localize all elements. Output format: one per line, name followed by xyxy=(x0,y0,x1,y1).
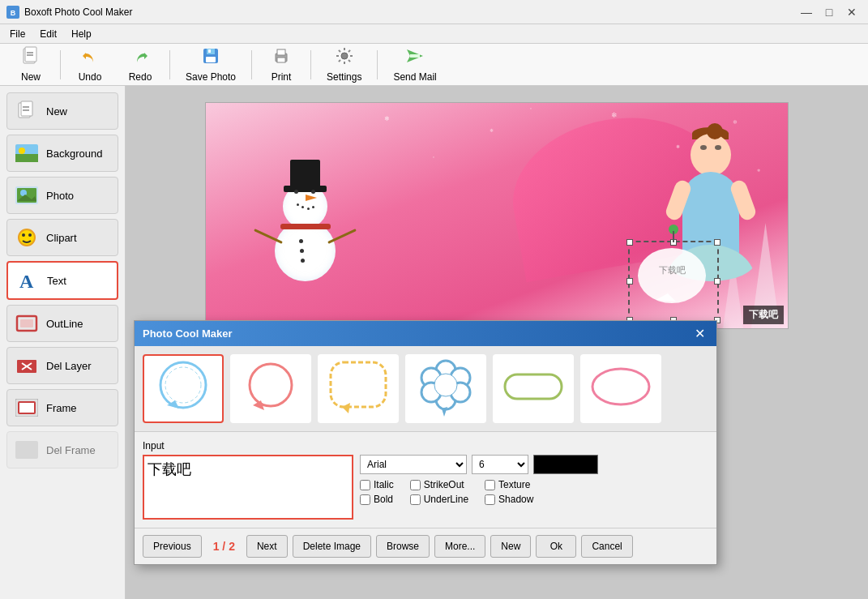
svg-rect-15 xyxy=(410,54,420,58)
svg-rect-11 xyxy=(277,49,285,55)
snowflake-1: ❄ xyxy=(384,115,390,122)
underline-checkbox[interactable] xyxy=(410,494,421,505)
toolbar: New Undo Redo Save Photo Print Settings xyxy=(0,44,868,86)
input-section: Input 下载吧 ArialTimes New RomanVerdanaCou… xyxy=(135,432,716,528)
delete-image-button[interactable]: Delete Image xyxy=(293,535,371,558)
texture-checkbox[interactable] xyxy=(485,480,495,490)
sidebar-item-del-layer[interactable]: Del Layer xyxy=(6,347,118,384)
canvas[interactable]: ❄ ❄ ❄ ❄ ❄ ❄ * * xyxy=(205,102,789,329)
settings-label: Settings xyxy=(327,71,361,83)
sidebar-outline-label: OutLine xyxy=(46,318,83,330)
texture-label: Texture xyxy=(498,479,530,490)
snowflake-4: ❄ xyxy=(676,143,680,149)
text-input[interactable]: 下载吧 xyxy=(143,455,353,520)
sidebar-item-frame[interactable]: Frame xyxy=(6,389,118,426)
photo-icon xyxy=(14,182,40,208)
bubble-template-6[interactable] xyxy=(580,354,661,423)
undo-button[interactable]: Undo xyxy=(66,47,114,83)
save-icon xyxy=(201,46,220,70)
bubble-template-4[interactable] xyxy=(405,354,486,423)
page-indicator: 1 / 2 xyxy=(207,540,242,553)
color-picker[interactable] xyxy=(533,455,598,474)
send-mail-label: Send Mail xyxy=(393,71,436,83)
new-label: New xyxy=(21,71,41,83)
svg-point-39 xyxy=(638,248,706,303)
undo-label: Undo xyxy=(79,71,102,83)
italic-label: Italic xyxy=(374,479,394,490)
svg-rect-38 xyxy=(15,441,38,459)
sidebar-item-background[interactable]: Background xyxy=(6,135,118,172)
svg-point-42 xyxy=(160,362,206,408)
clipart-icon xyxy=(14,225,40,250)
more-button[interactable]: More... xyxy=(434,535,485,558)
redo-button[interactable]: Redo xyxy=(116,47,165,83)
svg-text:A: A xyxy=(19,271,34,292)
maximize-button[interactable]: □ xyxy=(819,4,839,20)
bubble-templates xyxy=(135,346,716,432)
save-button[interactable]: Save Photo xyxy=(175,47,246,83)
svg-rect-37 xyxy=(19,402,35,413)
menu-edit[interactable]: Edit xyxy=(33,27,63,41)
snowflake-3: ❄ xyxy=(611,111,618,119)
del-layer-icon xyxy=(14,353,40,379)
settings-button[interactable]: Settings xyxy=(316,47,372,83)
bubble-template-1[interactable] xyxy=(143,354,224,423)
sidebar-item-photo[interactable]: Photo xyxy=(6,177,118,214)
underline-label: UnderLine xyxy=(424,494,468,505)
svg-point-45 xyxy=(250,364,292,406)
svg-point-29 xyxy=(28,233,32,237)
toolbar-divider-3 xyxy=(251,50,252,79)
print-button[interactable]: Print xyxy=(257,47,306,83)
snowflake-2: ❄ xyxy=(490,127,494,133)
app-title: Boxoft Photo Cool Maker xyxy=(24,6,132,18)
menu-help[interactable]: Help xyxy=(65,27,98,41)
bubble-template-5[interactable] xyxy=(493,354,574,423)
sidebar-item-text[interactable]: A Text xyxy=(6,261,118,300)
svg-point-43 xyxy=(165,367,201,403)
save-label: Save Photo xyxy=(186,71,236,83)
snowflake-6: ❄ xyxy=(757,168,760,173)
underline-checkbox-row: UnderLine xyxy=(410,494,468,505)
minimize-button[interactable]: — xyxy=(797,4,816,20)
strikeout-label: StrikeOut xyxy=(424,479,464,490)
browse-button[interactable]: Browse xyxy=(376,535,430,558)
snowflake-5: ❄ xyxy=(733,119,738,126)
send-mail-button[interactable]: Send Mail xyxy=(383,47,447,83)
snowflake-7: * xyxy=(530,107,532,112)
svg-point-13 xyxy=(341,53,348,59)
italic-checkbox[interactable] xyxy=(360,480,370,490)
shadow-label: Shadow xyxy=(498,494,533,505)
bubble-template-2[interactable] xyxy=(230,354,311,423)
watermark: 下载吧 xyxy=(743,306,784,324)
sidebar-background-label: Background xyxy=(46,148,102,160)
shadow-checkbox[interactable] xyxy=(485,494,495,505)
cancel-button[interactable]: Cancel xyxy=(581,535,632,558)
sidebar-item-del-frame[interactable]: Del Frame xyxy=(6,431,118,469)
sidebar-item-new[interactable]: New xyxy=(6,92,118,130)
svg-rect-17 xyxy=(21,101,32,116)
font-family-select[interactable]: ArialTimes New RomanVerdanaCourier NewGe… xyxy=(360,455,467,474)
sidebar-item-outline[interactable]: OutLine xyxy=(6,305,118,342)
bold-checkbox[interactable] xyxy=(360,494,370,505)
new-button[interactable]: New xyxy=(6,47,55,83)
dialog-close-button[interactable]: ✕ xyxy=(691,326,708,341)
font-size-select[interactable]: 681012141618202428364872 xyxy=(472,455,528,474)
svg-point-59 xyxy=(592,369,649,404)
next-button[interactable]: Next xyxy=(246,535,288,558)
toolbar-divider-1 xyxy=(60,50,61,79)
previous-button[interactable]: Previous xyxy=(143,535,202,558)
bold-label: Bold xyxy=(374,494,393,505)
ok-button[interactable]: Ok xyxy=(536,535,576,558)
menu-file[interactable]: File xyxy=(3,27,32,41)
background-icon xyxy=(14,140,40,166)
canvas-speech-bubble: 下载吧 xyxy=(631,245,712,316)
new-dialog-button[interactable]: New xyxy=(490,535,531,558)
dialog-title: Photo Cool Maker xyxy=(143,327,233,340)
outline-icon xyxy=(14,310,40,336)
print-icon xyxy=(272,46,291,70)
svg-rect-47 xyxy=(331,362,386,407)
strikeout-checkbox[interactable] xyxy=(410,480,421,490)
close-button[interactable]: ✕ xyxy=(842,4,862,20)
bubble-template-3[interactable] xyxy=(318,354,399,423)
sidebar-item-clipart[interactable]: Clipart xyxy=(6,219,118,256)
